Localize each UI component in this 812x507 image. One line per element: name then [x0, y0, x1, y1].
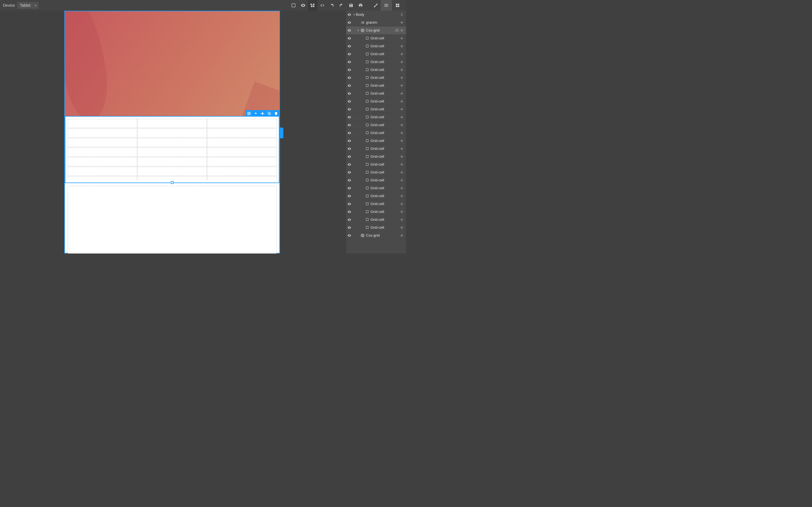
grid-cell[interactable]: [138, 138, 207, 147]
visibility-icon[interactable]: [346, 20, 352, 24]
layer-row[interactable]: Grid-cell: [346, 90, 406, 98]
visibility-icon[interactable]: [346, 147, 352, 151]
layer-row[interactable]: ▾Css-grid25: [346, 26, 406, 34]
move-icon[interactable]: [400, 171, 404, 174]
caret-icon[interactable]: ▾: [356, 29, 360, 32]
layer-row[interactable]: Grid-cell: [346, 224, 406, 231]
layer-row[interactable]: Grid-cell: [346, 192, 406, 200]
layer-row[interactable]: granim: [346, 18, 406, 26]
visibility-icon[interactable]: [346, 210, 352, 214]
grid-cell[interactable]: [68, 138, 137, 147]
move-icon[interactable]: [400, 92, 404, 95]
grid-cell[interactable]: [138, 176, 207, 180]
outline-toggle-button[interactable]: [289, 0, 298, 11]
grid-cell[interactable]: [138, 128, 207, 137]
undo-button[interactable]: [327, 0, 337, 11]
layer-row[interactable]: Grid-cell: [346, 161, 406, 168]
grid-cell[interactable]: [207, 119, 276, 128]
visibility-icon[interactable]: [346, 13, 352, 17]
visibility-icon[interactable]: [346, 92, 352, 96]
grid-cell[interactable]: [68, 119, 137, 128]
move-icon[interactable]: [400, 108, 404, 111]
delete-button[interactable]: [273, 110, 280, 117]
move-icon[interactable]: [400, 163, 404, 166]
grid-cell[interactable]: [207, 128, 276, 137]
layers-panel-button[interactable]: [380, 0, 392, 11]
visibility-icon[interactable]: [346, 60, 352, 64]
preview-button[interactable]: [298, 0, 308, 11]
layer-row[interactable]: Grid-cell: [346, 129, 406, 137]
move-icon[interactable]: [400, 53, 404, 55]
device-select-wrap[interactable]: Tablet: [17, 2, 39, 9]
side-tab[interactable]: [280, 128, 283, 138]
move-icon[interactable]: [400, 116, 404, 119]
visibility-icon[interactable]: [346, 29, 352, 33]
move-icon[interactable]: [400, 210, 404, 213]
move-icon[interactable]: [400, 61, 404, 63]
styles-panel-button[interactable]: [371, 0, 380, 11]
move-icon[interactable]: [400, 124, 404, 126]
move-icon[interactable]: [400, 155, 404, 158]
visibility-icon[interactable]: [346, 155, 352, 159]
visibility-icon[interactable]: [346, 139, 352, 143]
move-icon[interactable]: [400, 76, 404, 79]
move-icon[interactable]: [400, 68, 404, 71]
grid-cell[interactable]: [68, 148, 137, 157]
grid-cell[interactable]: [68, 176, 137, 180]
grid-cell[interactable]: [68, 128, 137, 137]
redo-button[interactable]: [337, 0, 346, 11]
layer-row[interactable]: Css-grid: [346, 231, 406, 239]
move-icon[interactable]: [400, 45, 404, 48]
move-icon[interactable]: [400, 29, 404, 32]
move-icon[interactable]: [400, 218, 404, 221]
visibility-icon[interactable]: [346, 131, 352, 135]
canvas-area[interactable]: [0, 11, 346, 253]
visibility-icon[interactable]: [346, 115, 352, 119]
visibility-icon[interactable]: [346, 202, 352, 206]
visibility-icon[interactable]: [346, 100, 352, 103]
layer-row[interactable]: Grid-cell: [346, 176, 406, 184]
layer-row[interactable]: Grid-cell: [346, 184, 406, 192]
visibility-icon[interactable]: [346, 186, 352, 190]
visibility-icon[interactable]: [346, 52, 352, 56]
layer-row[interactable]: Grid-cell: [346, 82, 406, 90]
layer-row[interactable]: Grid-cell: [346, 105, 406, 113]
visibility-icon[interactable]: [346, 163, 352, 166]
move-button[interactable]: [259, 110, 266, 117]
grid-cell[interactable]: [207, 176, 276, 180]
grid-cell[interactable]: [138, 157, 207, 166]
layer-row[interactable]: Grid-cell: [346, 200, 406, 208]
move-icon[interactable]: [400, 179, 404, 182]
move-icon[interactable]: [400, 100, 404, 103]
visibility-icon[interactable]: [346, 233, 352, 237]
fullscreen-button[interactable]: [308, 0, 317, 11]
grid-cell[interactable]: [138, 119, 207, 128]
blocks-panel-button[interactable]: [392, 0, 403, 11]
grid-cell[interactable]: [68, 157, 137, 166]
layer-row-body[interactable]: ▾ Body 3: [346, 11, 406, 18]
grid-cell[interactable]: [68, 167, 137, 176]
layer-row[interactable]: Grid-cell: [346, 137, 406, 145]
visibility-icon[interactable]: [346, 194, 352, 198]
grid-cell[interactable]: [207, 167, 276, 176]
visibility-icon[interactable]: [346, 218, 352, 222]
visibility-icon[interactable]: [346, 170, 352, 174]
move-icon[interactable]: [400, 84, 404, 87]
layer-row[interactable]: Grid-cell: [346, 216, 406, 224]
layer-row[interactable]: Grid-cell: [346, 34, 406, 42]
save-button[interactable]: [346, 0, 356, 11]
layer-row[interactable]: Grid-cell: [346, 145, 406, 153]
grid-cell[interactable]: [207, 138, 276, 147]
layer-row[interactable]: Grid-cell: [346, 74, 406, 82]
move-icon[interactable]: [400, 226, 404, 229]
resize-handle[interactable]: [171, 181, 174, 184]
device-select[interactable]: Tablet: [17, 2, 39, 9]
move-icon[interactable]: [400, 187, 404, 189]
move-icon[interactable]: [400, 194, 404, 198]
caret-icon[interactable]: ▾: [352, 13, 356, 16]
move-icon[interactable]: [400, 203, 404, 205]
visibility-icon[interactable]: [346, 107, 352, 111]
layer-row[interactable]: Grid-cell: [346, 98, 406, 105]
css-grid-element-2[interactable]: [68, 186, 276, 253]
visibility-icon[interactable]: [346, 178, 352, 182]
